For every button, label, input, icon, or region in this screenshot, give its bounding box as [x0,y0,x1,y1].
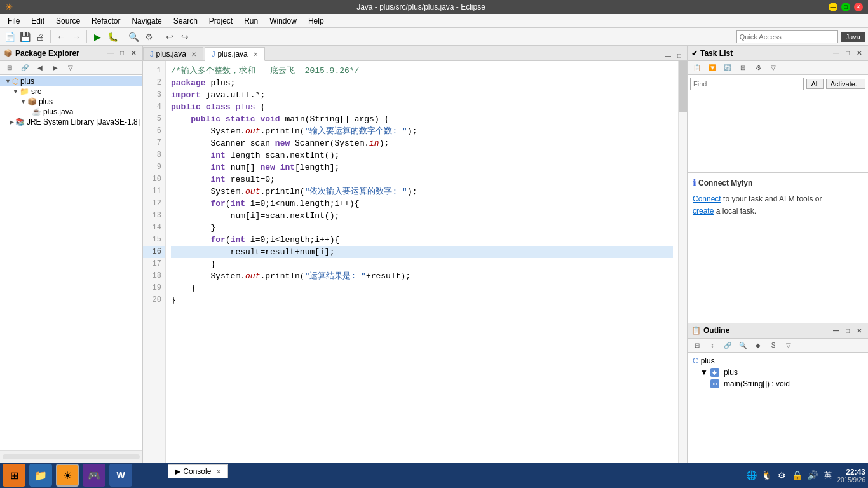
task-more-button[interactable]: ▽ [766,61,780,75]
menu-edit[interactable]: Edit [26,15,50,27]
menu-refactor[interactable]: Refactor [86,15,125,27]
menu-window[interactable]: Window [264,15,302,27]
code-content[interactable]: /*输入多个整数，求和 底云飞 2015.9.26*/ package plus… [166,61,678,463]
outline-menu-button[interactable]: ▽ [782,338,796,352]
bottom-tab-console[interactable]: ▶ Console ✕ [168,464,228,478]
toolbar: 📄 💾 🖨 ← → ▶ 🐛 🔍 ⚙ ↩ ↪ Java [0,28,868,46]
outline-sort-button[interactable]: ↕ [705,338,719,352]
minimize-button[interactable]: — [829,3,837,11]
code-line-12: for(int i=0;i<num.length;i++){ [171,198,673,210]
task-list-minimize[interactable]: — [831,48,841,58]
tray-icon-4[interactable]: 🔒 [792,470,803,481]
code-line-15: for(int i=0;i<length;i++){ [171,234,673,246]
main-layout: 📦 Package Explorer — □ ✕ ⊟ 🔗 ◀ ▶ ▽ ▼ ⬡ p… [0,46,868,463]
redo-button[interactable]: ↪ [178,30,192,44]
task-find-input[interactable] [690,78,804,90]
link-editor-button[interactable]: 🔗 [18,61,32,75]
outline-item-main[interactable]: m main(String[]) : void [688,378,868,390]
code-editor[interactable]: 1 2 3 4 5 6 7 8 9 10 11 12 13 14 15 16 1… [143,61,687,463]
outline-item-plus-1[interactable]: C plus [688,355,868,367]
task-new-button[interactable]: 📋 [690,61,704,75]
close-button[interactable]: ✕ [854,3,863,11]
java-perspective-badge[interactable]: Java [841,32,865,42]
back-button[interactable]: ← [54,30,68,44]
tray-icon-2[interactable]: 🐧 [761,470,773,481]
collapse-all-button[interactable]: ⊟ [3,61,17,75]
fwd-button[interactable]: → [69,30,83,44]
task-collapse-button[interactable]: ⊟ [736,61,750,75]
create-link[interactable]: create [693,207,714,215]
tab-close-1[interactable]: ✕ [191,51,196,58]
editor-maximize-button[interactable]: □ [674,50,684,60]
taskbar-right: 🌐 🐧 ⚙ 🔒 🔊 英 22:43 2015/9/26 [746,468,866,484]
outline-filter-button[interactable]: 🔍 [736,338,750,352]
tray-icon-5[interactable]: 🔊 [807,470,818,481]
console-tab-close[interactable]: ✕ [216,468,221,475]
task-sync-button[interactable]: 🔄 [721,61,735,75]
editor-scrollbar[interactable] [678,61,687,463]
pkg-fwd-button[interactable]: ▶ [48,61,62,75]
menu-search[interactable]: Search [168,15,203,27]
menu-project[interactable]: Project [204,15,238,27]
outline-collapse-button[interactable]: ⊟ [690,338,704,352]
debug-button[interactable]: 🐛 [105,30,119,44]
taskbar-start-button[interactable]: ⊞ [3,464,25,487]
tree-label-plus: plus [20,77,34,86]
outline-maximize[interactable]: □ [843,325,853,336]
tray-icon-3[interactable]: ⚙ [776,470,788,481]
menu-source[interactable]: Source [51,15,85,27]
settings-button[interactable]: ⚙ [142,30,156,44]
tree-item-plus-project[interactable]: ▼ ⬡ plus [0,76,142,86]
outline-content: C plus ▼ ◆ plus m main(String[]) : void [688,353,868,463]
line-num-3: 3 [143,89,165,101]
package-explorer-header: 📦 Package Explorer — □ ✕ [0,46,142,61]
menu-help[interactable]: Help [303,15,329,27]
pkg-maximize-button[interactable]: □ [117,48,127,58]
line-num-16: 16 [143,246,165,258]
new-button[interactable]: 📄 [3,30,17,44]
editor-tab-plus-java-2[interactable]: J plus.java ✕ [205,47,265,61]
tree-item-src[interactable]: ▼ 📁 src [0,86,142,97]
connect-link[interactable]: Connect [693,194,721,203]
pkg-back-button[interactable]: ◀ [33,61,47,75]
tree-item-plus-java[interactable]: ☕ plus.java [0,107,142,117]
editor-minimize-button[interactable]: — [663,50,673,60]
scroll-thumb[interactable] [679,61,687,112]
task-filter-button[interactable]: 🔽 [705,61,719,75]
pkg-close-button[interactable]: ✕ [128,48,139,58]
taskbar-game-button[interactable]: 🎮 [83,464,105,487]
save-button[interactable]: 💾 [18,30,32,44]
tray-lang[interactable]: 英 [822,470,834,481]
print-button[interactable]: 🖨 [33,30,47,44]
outline-item-plus-2[interactable]: ▼ ◆ plus [688,367,868,378]
outline-minimize[interactable]: — [831,325,841,336]
outline-close[interactable]: ✕ [854,325,864,336]
maximize-button[interactable]: □ [841,3,850,11]
menu-file[interactable]: File [3,15,25,27]
taskbar-files-button[interactable]: 📁 [29,464,52,487]
taskbar-eclipse-button[interactable]: ☀ [56,464,79,487]
outline-hide-static[interactable]: S [766,338,780,352]
outline-link-button[interactable]: 🔗 [721,338,735,352]
outline-hide-fields[interactable]: ◆ [751,338,765,352]
quick-access-input[interactable] [736,30,838,43]
undo-button[interactable]: ↩ [163,30,177,44]
pkg-minimize-button[interactable]: — [105,48,116,58]
search-button[interactable]: 🔍 [126,30,140,44]
tab-close-2[interactable]: ✕ [253,51,258,58]
task-list-close[interactable]: ✕ [854,48,864,58]
taskbar-word-button[interactable]: W [109,464,132,487]
tree-item-jre[interactable]: ▶ 📚 JRE System Library [JavaSE-1.8] [0,117,142,127]
pkg-scrollbar[interactable] [0,450,142,463]
tray-icon-1[interactable]: 🌐 [746,470,757,481]
menu-run[interactable]: Run [239,15,263,27]
task-settings-button[interactable]: ⚙ [751,61,765,75]
task-all-button[interactable]: All [806,79,823,89]
tree-item-plus-pkg[interactable]: ▼ 📦 plus [0,97,142,107]
pkg-menu-button[interactable]: ▽ [64,61,78,75]
editor-tab-plus-java-1[interactable]: J plus.java ✕ [143,47,203,60]
task-activate-button[interactable]: Activate... [826,79,865,89]
task-list-maximize[interactable]: □ [843,48,853,58]
run-button[interactable]: ▶ [90,30,104,44]
menu-navigate[interactable]: Navigate [126,15,166,27]
